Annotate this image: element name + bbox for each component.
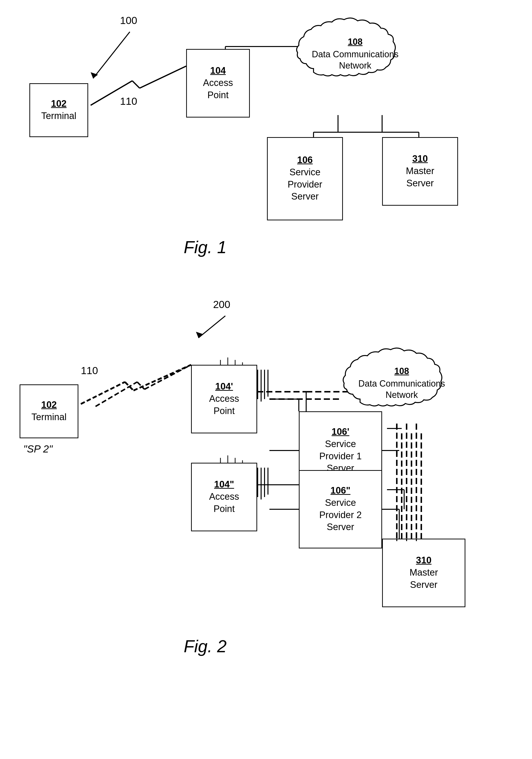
svg-line-56 bbox=[125, 382, 134, 390]
sp2-label-fig2: ServiceProvider 2Server bbox=[319, 497, 361, 533]
ap1-antennas bbox=[257, 370, 268, 402]
network-text-fig2: 108 Data CommunicationsNetwork bbox=[358, 366, 445, 401]
sp-server2-fig2: 106" ServiceProvider 2Server bbox=[299, 470, 382, 548]
svg-line-3 bbox=[132, 81, 140, 88]
svg-marker-16 bbox=[196, 332, 203, 338]
svg-line-17 bbox=[96, 382, 137, 406]
access-point-fig1: 104 Access Point bbox=[186, 49, 250, 118]
sp-label-fig1: ServiceProviderServer bbox=[288, 166, 322, 203]
master-server-fig2: 310 MasterServer bbox=[382, 539, 466, 607]
ap1-label-fig2: AccessPoint bbox=[209, 393, 239, 417]
ap-id-fig1: 104 bbox=[210, 65, 225, 76]
master-server-fig1: 310 MasterServer bbox=[382, 137, 458, 206]
ap2-id-fig2: 104" bbox=[214, 479, 234, 490]
terminal-fig1: 102 Terminal bbox=[29, 83, 88, 137]
terminal-label-fig2: Terminal bbox=[31, 411, 66, 423]
terminal-id-fig2: 102 bbox=[41, 400, 57, 410]
svg-line-4 bbox=[140, 66, 186, 88]
ref-110-fig2: 110 bbox=[81, 365, 98, 377]
ref-100: 100 bbox=[120, 15, 137, 26]
svg-line-0 bbox=[93, 32, 130, 78]
sp2-id-fig2: 106" bbox=[330, 485, 350, 496]
page: 100 110 102 Terminal 104 Access Point 10… bbox=[0, 0, 532, 759]
fig1-label: Fig. 1 bbox=[184, 237, 226, 257]
network-text-fig1: 108 Data CommunicationsNetwork bbox=[312, 36, 398, 71]
terminal-label-fig1: Terminal bbox=[41, 110, 76, 122]
access-point1-fig2: 104' AccessPoint bbox=[191, 365, 257, 433]
ap-label-fig1: Access Point bbox=[203, 77, 233, 101]
network-cloud-fig1: 108 Data CommunicationsNetwork bbox=[294, 15, 416, 93]
master-label-fig2: MasterServer bbox=[410, 567, 438, 591]
master-label-fig1: MasterServer bbox=[406, 165, 434, 189]
master-id-fig1: 310 bbox=[412, 153, 428, 164]
svg-line-19 bbox=[144, 365, 191, 389]
sp1-id-fig2: 106' bbox=[332, 426, 349, 437]
fig2-label: Fig. 2 bbox=[184, 637, 226, 656]
sp1-label-fig2: ServiceProvider 1Server bbox=[319, 438, 361, 474]
svg-line-15 bbox=[198, 316, 225, 338]
ap1-id-fig2: 104' bbox=[215, 381, 233, 392]
ref-200: 200 bbox=[213, 299, 230, 310]
ap2-antennas bbox=[257, 468, 268, 499]
access-point2-fig2: 104" AccessPoint bbox=[191, 463, 257, 531]
master-id-fig2: 310 bbox=[416, 555, 431, 566]
sp-server-fig1: 106 ServiceProviderServer bbox=[267, 137, 343, 220]
terminal-fig2: 102 Terminal bbox=[20, 384, 78, 438]
sp2-label: "SP 2" bbox=[23, 443, 53, 455]
svg-marker-1 bbox=[91, 72, 98, 78]
svg-line-18 bbox=[137, 382, 144, 389]
svg-line-57 bbox=[134, 365, 191, 390]
ref-110-fig1: 110 bbox=[120, 96, 137, 107]
terminal-id-fig1: 102 bbox=[51, 99, 66, 109]
ap2-label-fig2: AccessPoint bbox=[209, 491, 239, 515]
sp-id-fig1: 106 bbox=[297, 155, 312, 165]
svg-line-55 bbox=[81, 382, 125, 404]
